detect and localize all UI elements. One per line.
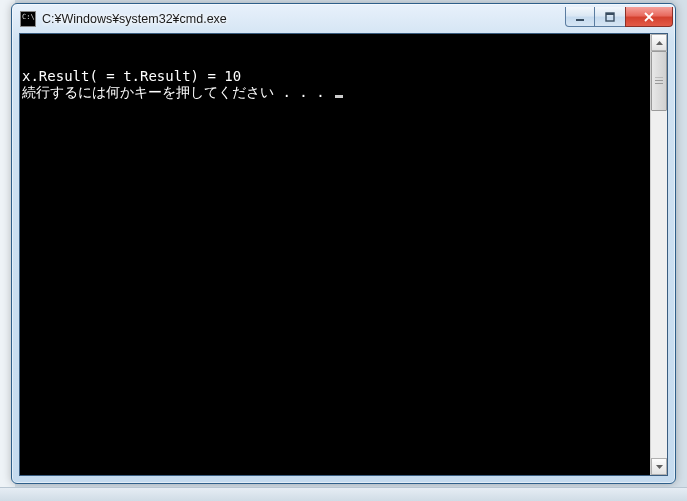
cmd-icon	[20, 11, 36, 27]
console-line: 続行するには何かキーを押してください . . .	[22, 84, 650, 100]
console-output[interactable]: x.Result( = t.Result) = 10続行するには何かキーを押して…	[20, 34, 650, 475]
client-area: x.Result( = t.Result) = 10続行するには何かキーを押して…	[19, 33, 668, 476]
minimize-button[interactable]	[565, 7, 595, 27]
vertical-scrollbar[interactable]	[650, 34, 667, 475]
maximize-button[interactable]	[595, 7, 625, 27]
scroll-track[interactable]	[651, 51, 667, 458]
titlebar[interactable]: C:¥Windows¥system32¥cmd.exe	[12, 4, 675, 33]
window-title: C:¥Windows¥system32¥cmd.exe	[42, 12, 565, 26]
svg-rect-0	[576, 19, 584, 21]
scroll-down-arrow[interactable]	[651, 458, 667, 475]
statusbar	[0, 487, 687, 501]
console-line: x.Result( = t.Result) = 10	[22, 68, 650, 84]
cmd-window: C:¥Windows¥system32¥cmd.exe x.Result( = …	[11, 3, 676, 484]
close-button[interactable]	[625, 7, 673, 27]
svg-rect-2	[606, 13, 614, 15]
console-prompt-text: 続行するには何かキーを押してください . . .	[22, 84, 333, 100]
scroll-up-arrow[interactable]	[651, 34, 667, 51]
cursor	[335, 95, 343, 98]
scroll-thumb[interactable]	[651, 51, 667, 111]
window-buttons	[565, 7, 673, 27]
